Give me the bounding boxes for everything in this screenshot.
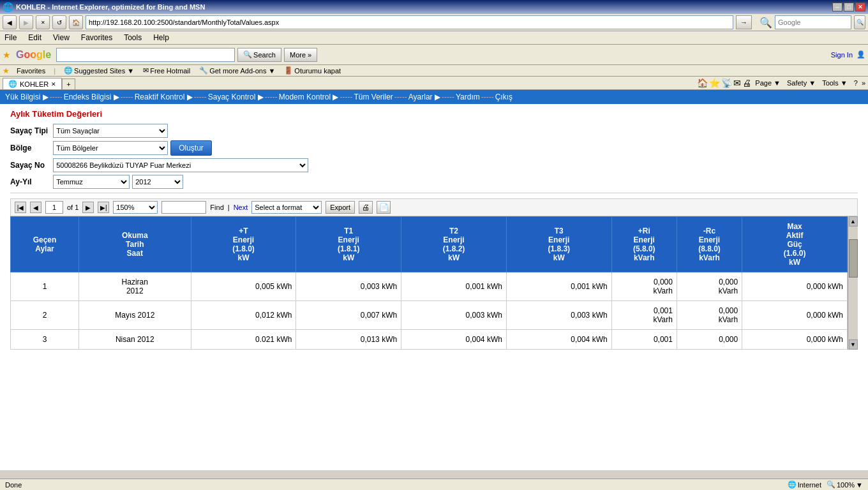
minimize-button[interactable]: ─ (832, 3, 842, 11)
google-toolbar-right: Sign In 👤 (831, 50, 865, 59)
menu-tools[interactable]: Tools (122, 33, 144, 43)
favorites-cmd-icon: ⭐ (709, 78, 720, 88)
bing-search-input[interactable] (775, 15, 851, 29)
maximize-button[interactable]: □ (844, 3, 854, 11)
fav-suggested-sites[interactable]: 🌐 Suggested Sites ▼ (62, 66, 136, 75)
export-button[interactable]: Export (326, 201, 355, 214)
form-area: Sayaç Tipi Tüm Sayaçlar Bölge Tüm Bölgel… (10, 124, 858, 189)
person-icon: 👤 (857, 50, 865, 59)
safety-button[interactable]: Safety ▼ (784, 78, 818, 87)
read-mail-icon: ✉ (733, 78, 741, 88)
scroll-down-button[interactable]: ▼ (849, 339, 858, 350)
nav-sep-4: ----- (265, 93, 278, 101)
table-content: GeçenAylar OkumaTarihSaat +TEnerji(1.8.0… (10, 216, 848, 350)
first-page-button[interactable]: |◀ (15, 202, 26, 213)
nav-endeks-bilgisi[interactable]: Endeks Bilgisi ▶ (64, 93, 119, 101)
tools-button[interactable]: Tools ▼ (819, 78, 850, 87)
fav-add-ons[interactable]: 🔧 Get more Add-ons ▼ (197, 66, 277, 75)
nav-ayarlar[interactable]: Ayarlar ▶ (408, 93, 440, 101)
address-bar[interactable] (86, 15, 733, 29)
page-of-label: of 1 (67, 204, 79, 211)
print-button[interactable]: 🖨 (359, 201, 373, 214)
cell-t3-2: 0,003 kWh (506, 301, 611, 330)
table-row: 1 Haziran2012 0,005 kWh 0,003 kWh 0,001 … (11, 272, 848, 301)
nav-cikis[interactable]: Çıkış (495, 93, 513, 101)
ie-logo: 🌐 (3, 2, 13, 12)
col-header-max-aktif: MaxAktifGüç(1.6.0)kW (742, 217, 848, 272)
next-label[interactable]: Next (234, 204, 248, 211)
help-button[interactable]: ? (851, 78, 860, 87)
menu-edit[interactable]: Edit (26, 33, 43, 43)
layout-button[interactable]: 📄 (377, 201, 391, 214)
title-bar: 🌐 KOHLER - Internet Explorer, optimized … (0, 0, 868, 14)
new-tab-button[interactable]: + (62, 78, 75, 89)
cell-num-3: 3 (11, 330, 79, 350)
cell-ri-1: 0,000kVarh (611, 272, 677, 301)
go-button[interactable]: → (736, 15, 752, 29)
nav-sep-3: ----- (194, 93, 207, 101)
google-more-button[interactable]: More » (284, 48, 317, 62)
forward-button[interactable]: ▶ (19, 15, 33, 29)
nav-sep-5: ----- (340, 93, 352, 101)
page-number-input[interactable] (45, 201, 63, 214)
sayac-tipi-select[interactable]: Tüm Sayaçlar (53, 124, 168, 138)
cell-num-2: 2 (11, 301, 79, 330)
ay-yil-row: Temmuz 2012 (53, 175, 858, 189)
nav-sayac-kontrol[interactable]: Sayaç Kontrol ▶ (208, 93, 264, 101)
yil-select[interactable]: 2012 (132, 175, 183, 189)
vertical-scrollbar[interactable]: ▲ ▼ (848, 216, 858, 350)
menu-favorites[interactable]: Favorites (79, 33, 114, 43)
cell-t-2: 0,012 kWh (191, 301, 296, 330)
table-row: 3 Nisan 2012 0.021 kWh 0,013 kWh 0,004 k… (11, 330, 848, 350)
find-input[interactable] (161, 201, 206, 214)
window-title: KOHLER - Internet Explorer, optimized fo… (16, 3, 205, 11)
menu-help[interactable]: Help (151, 33, 171, 43)
ay-select[interactable]: Temmuz (53, 175, 130, 189)
col-header-rc-enerji: -RcEnerji(8.8.0)kVarh (677, 217, 742, 272)
fav-free-hotmail[interactable]: ✉ Free Hotmail (141, 66, 192, 75)
favorites-label[interactable]: Favorites (15, 66, 47, 75)
google-search-input[interactable] (56, 48, 235, 62)
close-button[interactable]: ✕ (855, 3, 865, 11)
home-button[interactable]: 🏠 (69, 15, 83, 29)
page-content: Aylık Tüketim Değerleri Sayaç Tipi Tüm S… (0, 104, 868, 355)
zoom-select[interactable]: 150% 100% 75% (113, 201, 158, 214)
nav-yardim[interactable]: Yardım (456, 93, 480, 101)
nav-tum-veriler[interactable]: Tüm Veriler (354, 93, 393, 101)
format-select[interactable]: Select a format PDF Excel Word (251, 201, 322, 214)
back-button[interactable]: ◀ (3, 15, 17, 29)
title-bar-left: 🌐 KOHLER - Internet Explorer, optimized … (3, 2, 205, 12)
cell-tarih-3: Nisan 2012 (79, 330, 191, 350)
menu-file[interactable]: File (3, 33, 19, 43)
nav-modem-kontrol[interactable]: Modem Kontrol ▶ (279, 93, 339, 101)
next-page-button[interactable]: ▶ (82, 202, 94, 213)
last-page-button[interactable]: ▶| (98, 202, 109, 213)
tab-close-button[interactable]: ✕ (51, 81, 56, 87)
sayac-tipi-row: Tüm Sayaçlar (53, 124, 858, 138)
menu-view[interactable]: View (51, 33, 71, 43)
report-toolbar: |◀ ◀ of 1 ▶ ▶| 150% 100% 75% Find | Next… (10, 198, 858, 216)
sign-in-link[interactable]: Sign In (831, 51, 853, 59)
nav-yuk-bilgisi[interactable]: Yük Bilgisi ▶ (5, 93, 49, 101)
refresh-button[interactable]: ↺ (52, 15, 66, 29)
cell-max-3: 0,000 kWh (742, 330, 848, 350)
google-search-button[interactable]: 🔍 Search (237, 48, 281, 62)
stop-button[interactable]: ✕ (36, 15, 50, 29)
nav-reaktif-kontrol[interactable]: Reaktif Kontrol ▶ (135, 93, 193, 101)
scroll-thumb[interactable] (849, 239, 858, 278)
favorites-star-icon: ★ (3, 50, 11, 60)
bing-search-button[interactable]: 🔍 (854, 15, 865, 29)
feed-cmd-icon: 📡 (721, 78, 732, 88)
ie-command-bar: 🏠 ⭐ 📡 ✉ 🖨 Page ▼ Safety ▼ Tools ▼ ? » (697, 78, 865, 89)
page-button[interactable]: Page ▼ (752, 78, 783, 87)
sayac-no-select[interactable]: 50008266 Beylikdüzü TUYAP Fuar Merkezi (53, 158, 308, 172)
tab-kohler[interactable]: 🌐 KOHLER ✕ (3, 78, 62, 89)
tab-icon: 🌐 (8, 80, 17, 88)
cell-t-1: 0,005 kWh (191, 272, 296, 301)
fav-oturumu-kapat[interactable]: 🚪 Oturumu kapat (282, 66, 343, 75)
cell-ri-3: 0,001 (611, 330, 677, 350)
prev-page-button[interactable]: ◀ (30, 202, 41, 213)
bolge-select[interactable]: Tüm Bölgeler (53, 141, 168, 155)
olustur-button[interactable]: Oluştur (170, 140, 212, 156)
scroll-up-button[interactable]: ▲ (849, 216, 858, 226)
